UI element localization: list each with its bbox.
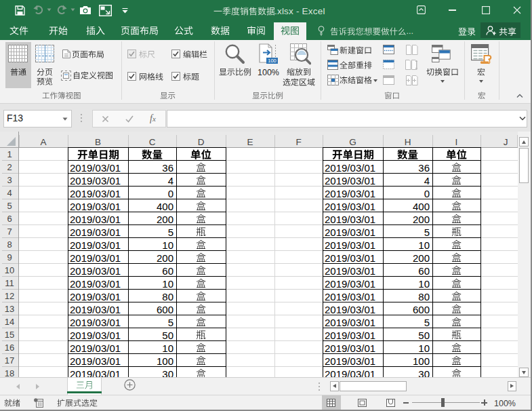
svg-text:100: 100 [268,58,277,64]
